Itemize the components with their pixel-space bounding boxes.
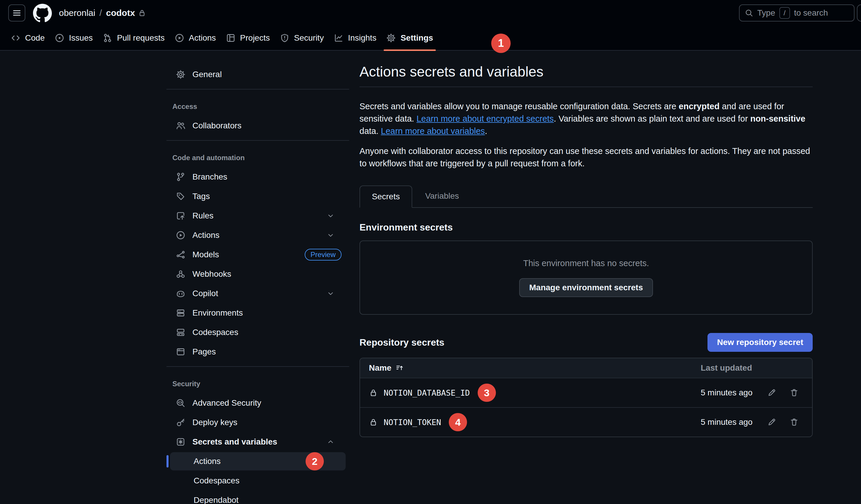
sidebar-divider: [166, 366, 349, 367]
sidebar-item-collaborators[interactable]: Collaborators: [170, 116, 346, 135]
github-logo[interactable]: [33, 3, 52, 23]
sidebar-item-tags[interactable]: Tags: [170, 187, 346, 206]
environment-empty-text: This environment has no secrets.: [523, 258, 649, 268]
tab-security[interactable]: Security: [275, 26, 329, 50]
play-icon: [175, 33, 184, 43]
gear-icon: [386, 33, 396, 43]
hamburger-icon: [12, 9, 21, 17]
search-placeholder-suffix: to search: [794, 8, 828, 18]
tab-insights[interactable]: Insights: [329, 26, 382, 50]
tab-actions[interactable]: Actions: [170, 26, 221, 50]
issue-opened-icon: [55, 33, 64, 43]
settings-sidebar: General Access Collaborators Code and au…: [166, 51, 349, 504]
lock-icon: [369, 388, 378, 397]
new-repository-secret-button[interactable]: New repository secret: [708, 333, 813, 352]
sidebar-item-deploy-keys[interactable]: Deploy keys: [170, 413, 346, 432]
sidebar-item-copilot[interactable]: Copilot: [170, 284, 346, 303]
browser-icon: [176, 347, 185, 356]
chevron-up-icon: [327, 438, 334, 446]
secret-last-updated: 5 minutes ago: [692, 418, 763, 427]
sidebar-subitem-actions-selected[interactable]: Actions 2: [170, 452, 346, 471]
sidebar-item-environments[interactable]: Environments: [170, 304, 346, 322]
pencil-icon: [767, 418, 776, 426]
shield-icon: [280, 33, 289, 43]
sidebar-item-advanced-security[interactable]: Advanced Security: [170, 394, 346, 412]
key-icon: [176, 418, 185, 427]
secrets-variables-tabnav: Secrets Variables: [359, 185, 813, 208]
edit-secret-button[interactable]: [767, 388, 776, 397]
annotation-badge-1: 1: [491, 33, 511, 53]
environment-secrets-empty-box: This environment has no secrets. Manage …: [359, 240, 813, 315]
sidebar-subitem-dependabot[interactable]: Dependabot: [170, 491, 346, 504]
search-input[interactable]: Type / to search: [739, 4, 855, 22]
trash-icon: [790, 418, 798, 426]
note-paragraph: Anyone with collaborator access to this …: [359, 145, 813, 170]
codescan-icon: [176, 398, 185, 408]
people-icon: [176, 121, 185, 130]
sidebar-item-rules[interactable]: Rules: [170, 207, 346, 225]
repository-secrets-header: Repository secrets New repository secret: [359, 333, 813, 352]
delete-secret-button[interactable]: [790, 418, 798, 426]
repo-nav: Code Issues Pull requests Actions Projec…: [0, 26, 861, 51]
repository-secrets-table: Name Last updated NOTION_DATABASE_ID 3 5…: [359, 358, 813, 437]
sidebar-subitem-codespaces[interactable]: Codespaces: [170, 472, 346, 490]
link-encrypted-secrets[interactable]: Learn more about encrypted secrets: [416, 114, 554, 123]
trash-icon: [790, 388, 798, 397]
search-placeholder-prefix: Type: [757, 8, 775, 18]
bold-non-sensitive: non-sensitive: [750, 114, 805, 123]
copilot-icon: [176, 289, 185, 298]
tab-pull-requests[interactable]: Pull requests: [98, 26, 170, 50]
sidebar-item-secrets-and-variables[interactable]: Secrets and variables: [170, 433, 346, 451]
page-title: Actions secrets and variables: [359, 63, 813, 87]
sidebar-item-codespaces[interactable]: Codespaces: [170, 323, 346, 341]
sidebar-item-branches[interactable]: Branches: [170, 168, 346, 186]
webhook-icon: [176, 269, 185, 279]
sidebar-item-models[interactable]: Models Preview: [170, 246, 346, 264]
edit-secret-button[interactable]: [767, 418, 776, 426]
tab-secrets[interactable]: Secrets: [359, 185, 412, 208]
table-row: NOTION_TOKEN 4 5 minutes ago: [360, 407, 812, 437]
server-icon: [176, 308, 185, 318]
rules-icon: [176, 211, 185, 221]
lock-icon: [138, 9, 146, 17]
page-layout: General Access Collaborators Code and au…: [0, 51, 861, 504]
sidebar-divider: [166, 140, 349, 141]
app-header: oberonlai / codotx Type / to search Code…: [0, 0, 861, 51]
sidebar-section-code-automation: Code and automation: [166, 146, 349, 168]
column-header-name[interactable]: Name: [360, 363, 692, 373]
secret-name: NOTION_TOKEN: [384, 418, 441, 427]
tab-variables[interactable]: Variables: [412, 185, 472, 207]
link-variables[interactable]: Learn more about variables: [381, 126, 485, 136]
tab-settings[interactable]: Settings: [381, 26, 438, 50]
tab-issues[interactable]: Issues: [50, 26, 98, 50]
sidebar-section-security: Security: [166, 372, 349, 394]
sidebar-item-webhooks[interactable]: Webhooks: [170, 265, 346, 283]
tab-projects[interactable]: Projects: [221, 26, 275, 50]
tab-code[interactable]: Code: [6, 26, 50, 50]
column-header-last-updated: Last updated: [692, 363, 763, 373]
models-icon: [176, 250, 185, 260]
bold-encrypted: encrypted: [679, 101, 720, 111]
repository-secrets-heading: Repository secrets: [359, 337, 445, 348]
tag-icon: [176, 192, 185, 201]
breadcrumb-repo[interactable]: codotx: [106, 8, 146, 18]
sidebar-item-general[interactable]: General: [170, 65, 346, 84]
global-bar: oberonlai / codotx Type / to search: [0, 0, 861, 26]
sidebar-item-actions[interactable]: Actions: [170, 226, 346, 244]
breadcrumb-owner[interactable]: oberonlai: [59, 8, 95, 18]
hamburger-menu-button[interactable]: [8, 4, 25, 22]
chevron-down-icon: [327, 290, 334, 297]
sidebar-item-pages[interactable]: Pages: [170, 343, 346, 361]
secret-last-updated: 5 minutes ago: [692, 388, 763, 397]
delete-secret-button[interactable]: [790, 388, 798, 397]
annotation-badge-2: 2: [305, 452, 324, 471]
header-partial-button[interactable]: [857, 4, 861, 22]
lock-icon: [369, 418, 378, 426]
breadcrumb-separator: /: [99, 8, 102, 18]
repo-name: codotx: [106, 8, 135, 18]
manage-environment-secrets-button[interactable]: Manage environment secrets: [519, 278, 653, 297]
sidebar-section-access: Access: [166, 95, 349, 116]
sort-ascending-icon: [395, 364, 404, 372]
github-mark-icon: [33, 3, 52, 23]
chevron-down-icon: [327, 212, 334, 220]
